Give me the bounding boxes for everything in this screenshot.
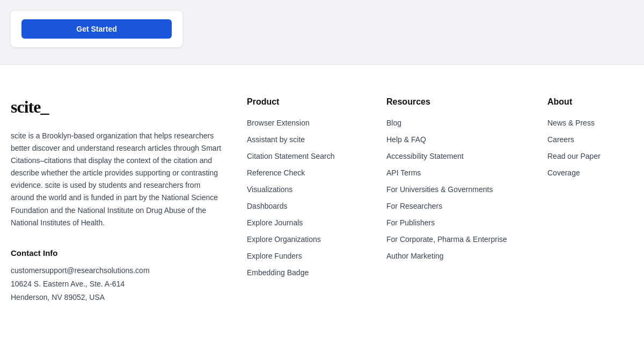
list-item: For Universities & Governments — [386, 184, 526, 195]
product-links: Browser ExtensionAssistant by sciteCitat… — [247, 117, 365, 278]
product-link[interactable]: Dashboards — [247, 202, 288, 210]
list-item: Accessibility Statement — [386, 151, 526, 162]
contact-email: customersupport@researchsolutions.com — [11, 264, 225, 277]
resources-title: Resources — [386, 97, 526, 107]
get-started-button[interactable]: Get Started — [21, 19, 172, 39]
list-item: Coverage — [547, 167, 633, 179]
resources-column: Resources BlogHelp & FAQAccessibility St… — [386, 97, 526, 262]
logo: scite_ — [11, 97, 225, 117]
product-link[interactable]: Browser Extension — [247, 119, 310, 127]
contact-address1: 10624 S. Eastern Ave., Ste. A-614 — [11, 277, 225, 291]
footer: scite_ scite is a Brooklyn-based organiz… — [0, 64, 644, 326]
about-column: About News & PressCareersRead our PaperC… — [547, 97, 633, 179]
list-item: Careers — [547, 134, 633, 145]
resources-link[interactable]: Blog — [386, 119, 401, 127]
list-item: Explore Journals — [247, 217, 365, 229]
list-item: Reference Check — [247, 167, 365, 179]
product-link[interactable]: Visualizations — [247, 185, 292, 194]
list-item: Browser Extension — [247, 117, 365, 129]
about-link[interactable]: Read our Paper — [547, 152, 601, 160]
list-item: Explore Organizations — [247, 234, 365, 245]
list-item: News & Press — [547, 117, 633, 129]
resources-link[interactable]: Help & FAQ — [386, 135, 426, 144]
brand-description: scite is a Brooklyn-based organization t… — [11, 130, 225, 229]
product-link[interactable]: Embedding Badge — [247, 268, 309, 277]
about-title: About — [547, 97, 633, 107]
resources-link[interactable]: API Terms — [386, 168, 421, 177]
list-item: Help & FAQ — [386, 134, 526, 145]
list-item: Blog — [386, 117, 526, 129]
contact-address2: Henderson, NV 89052, USA — [11, 291, 225, 304]
product-link[interactable]: Explore Journals — [247, 218, 303, 227]
resources-link[interactable]: For Universities & Governments — [386, 185, 493, 194]
list-item: Dashboards — [247, 201, 365, 212]
top-section: Get Started — [0, 0, 644, 64]
about-links: News & PressCareersRead our PaperCoverag… — [547, 117, 633, 179]
resources-link[interactable]: Author Marketing — [386, 252, 444, 260]
resources-link[interactable]: For Publishers — [386, 218, 435, 227]
list-item: Visualizations — [247, 184, 365, 195]
list-item: For Corporate, Pharma & Enterprise — [386, 234, 526, 245]
about-link[interactable]: Careers — [547, 135, 574, 144]
list-item: Citation Statement Search — [247, 151, 365, 162]
list-item: Embedding Badge — [247, 267, 365, 278]
list-item: For Publishers — [386, 217, 526, 229]
contact-info: customersupport@researchsolutions.com 10… — [11, 264, 225, 305]
product-link[interactable]: Explore Organizations — [247, 235, 321, 244]
list-item: Read our Paper — [547, 151, 633, 162]
resources-link[interactable]: Accessibility Statement — [386, 152, 464, 160]
about-link[interactable]: Coverage — [547, 168, 580, 177]
product-link[interactable]: Citation Statement Search — [247, 152, 334, 160]
top-card: Get Started — [11, 11, 182, 47]
resources-link[interactable]: For Researchers — [386, 202, 442, 210]
resources-links: BlogHelp & FAQAccessibility StatementAPI… — [386, 117, 526, 262]
about-link[interactable]: News & Press — [547, 119, 595, 127]
product-link[interactable]: Assistant by scite — [247, 135, 305, 144]
product-link[interactable]: Reference Check — [247, 168, 305, 177]
brand-column: scite_ scite is a Brooklyn-based organiz… — [11, 97, 225, 304]
product-link[interactable]: Explore Funders — [247, 252, 302, 260]
list-item: For Researchers — [386, 201, 526, 212]
product-column: Product Browser ExtensionAssistant by sc… — [247, 97, 365, 278]
resources-link[interactable]: For Corporate, Pharma & Enterprise — [386, 235, 507, 244]
list-item: Author Marketing — [386, 251, 526, 262]
list-item: Explore Funders — [247, 251, 365, 262]
list-item: API Terms — [386, 167, 526, 179]
product-title: Product — [247, 97, 365, 107]
list-item: Assistant by scite — [247, 134, 365, 145]
contact-title: Contact Info — [11, 248, 225, 258]
